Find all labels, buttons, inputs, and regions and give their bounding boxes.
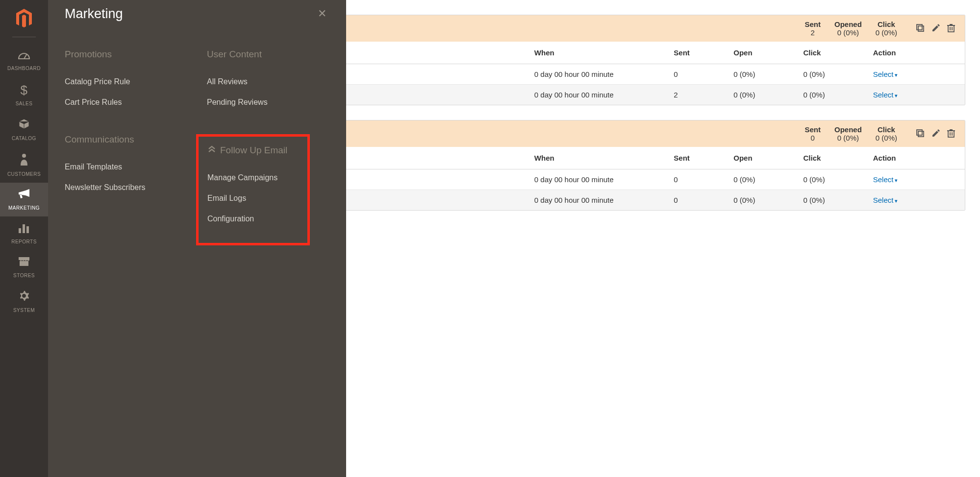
th-when: When — [527, 147, 666, 169]
sidebar-item-catalog[interactable]: CATALOG — [0, 112, 48, 147]
th-sent: Sent — [666, 147, 726, 169]
edit-icon[interactable] — [931, 129, 940, 139]
svg-rect-13 — [917, 130, 922, 135]
svg-rect-6 — [917, 24, 922, 30]
campaign-actions — [916, 129, 955, 139]
svg-rect-12 — [918, 131, 924, 137]
link-newsletter-subscribers[interactable]: Newsletter Subscribers — [65, 177, 187, 198]
link-email-templates[interactable]: Email Templates — [65, 157, 187, 177]
person-icon — [20, 153, 28, 168]
cell-sent: 0 — [666, 64, 726, 85]
action-select[interactable]: Select — [873, 91, 898, 99]
svg-rect-2 — [19, 228, 21, 233]
stat-sent: Sent 0 — [804, 125, 821, 142]
link-pending-reviews[interactable]: Pending Reviews — [207, 92, 329, 113]
action-select[interactable]: Select — [873, 70, 898, 78]
svg-rect-14 — [948, 131, 954, 137]
sidebar-item-customers[interactable]: CUSTOMERS — [0, 147, 48, 183]
flyout-title: Marketing — [65, 6, 123, 22]
cell-open: 0 (0%) — [726, 190, 795, 211]
svg-rect-7 — [948, 25, 954, 32]
link-manage-campaigns[interactable]: Manage Campaigns — [207, 167, 299, 188]
box-icon — [18, 118, 30, 133]
th-open: Open — [726, 42, 795, 64]
sidebar-item-label: CATALOG — [12, 136, 36, 141]
sidebar-item-label: REPORTS — [11, 239, 37, 244]
cell-click: 0 (0%) — [796, 190, 865, 211]
svg-line-0 — [24, 54, 27, 59]
sidebar-item-reports[interactable]: REPORTS — [0, 216, 48, 245]
section-title-promotions: Promotions — [65, 49, 187, 60]
sidebar-item-label: CUSTOMERS — [7, 171, 41, 177]
section-title-follow-up-email: Follow Up Email — [207, 144, 299, 156]
flyout-column-right: User Content All Reviews Pending Reviews… — [207, 49, 329, 245]
action-select[interactable]: Select — [873, 196, 898, 204]
svg-rect-3 — [23, 224, 25, 233]
link-cart-price-rules[interactable]: Cart Price Rules — [65, 92, 187, 113]
link-catalog-price-rule[interactable]: Catalog Price Rule — [65, 72, 187, 92]
dashboard-icon — [18, 49, 30, 63]
th-open: Open — [726, 147, 795, 169]
stat-click: Click 0 (0%) — [876, 20, 897, 37]
main-sidebar: DASHBOARD $ SALES CATALOG CUSTOMERS MARK… — [0, 0, 48, 245]
th-click: Click — [796, 147, 865, 169]
sidebar-item-dashboard[interactable]: DASHBOARD — [0, 43, 48, 77]
cell-sent: 0 — [666, 169, 726, 190]
cell-open: 0 (0%) — [726, 169, 795, 190]
marketing-flyout: Marketing ✕ Promotions Catalog Price Rul… — [48, 0, 346, 245]
cell-when: 0 day 00 hour 00 minute — [527, 64, 666, 85]
link-email-logs[interactable]: Email Logs — [207, 188, 299, 209]
section-title-user-content: User Content — [207, 49, 329, 60]
th-sent: Sent — [666, 42, 726, 64]
sidebar-item-label: SALES — [16, 101, 33, 106]
edit-icon[interactable] — [931, 24, 940, 34]
copy-icon[interactable] — [916, 129, 925, 139]
copy-icon[interactable] — [916, 24, 925, 34]
close-icon[interactable]: ✕ — [315, 4, 329, 23]
stat-opened: Opened 0 (0%) — [834, 125, 862, 142]
stat-sent: Sent 2 — [804, 20, 821, 37]
chevrons-up-icon — [207, 144, 216, 156]
svg-rect-4 — [26, 226, 29, 233]
cell-click: 0 (0%) — [796, 169, 865, 190]
action-select[interactable]: Select — [873, 175, 898, 184]
flyout-column-left: Promotions Catalog Price Rule Cart Price… — [65, 49, 187, 245]
link-all-reviews[interactable]: All Reviews — [207, 72, 329, 92]
cell-click: 0 (0%) — [796, 85, 865, 105]
delete-icon[interactable] — [947, 129, 955, 139]
cell-open: 0 (0%) — [726, 85, 795, 105]
section-title-text: Follow Up Email — [220, 145, 287, 156]
th-action: Action — [865, 147, 965, 169]
magento-logo[interactable] — [15, 9, 33, 30]
delete-icon[interactable] — [947, 24, 955, 34]
cell-sent: 0 — [666, 190, 726, 211]
stat-opened: Opened 0 (0%) — [834, 20, 862, 37]
sidebar-divider — [12, 37, 36, 37]
megaphone-icon — [18, 189, 30, 202]
cell-when: 0 day 00 hour 00 minute — [527, 190, 666, 211]
th-action: Action — [865, 42, 965, 64]
stat-click: Click 0 (0%) — [876, 125, 897, 142]
cell-open: 0 (0%) — [726, 64, 795, 85]
cell-click: 0 (0%) — [796, 64, 865, 85]
dollar-icon: $ — [21, 83, 28, 98]
follow-up-email-highlight: Follow Up Email Manage Campaigns Email L… — [196, 134, 310, 245]
sidebar-item-label: DASHBOARD — [7, 66, 41, 71]
th-when: When — [527, 42, 666, 64]
th-click: Click — [796, 42, 865, 64]
campaign-actions — [916, 24, 955, 34]
cell-when: 0 day 00 hour 00 minute — [527, 85, 666, 105]
sidebar-item-marketing[interactable]: MARKETING — [0, 183, 48, 216]
link-configuration[interactable]: Configuration — [207, 209, 299, 229]
sidebar-item-label: MARKETING — [8, 205, 40, 211]
sidebar-item-sales[interactable]: $ SALES — [0, 77, 48, 112]
cell-sent: 2 — [666, 85, 726, 105]
svg-point-1 — [22, 154, 26, 158]
section-title-communications: Communications — [65, 134, 187, 145]
bars-icon — [19, 222, 29, 236]
cell-when: 0 day 00 hour 00 minute — [527, 169, 666, 190]
svg-rect-5 — [918, 26, 924, 31]
